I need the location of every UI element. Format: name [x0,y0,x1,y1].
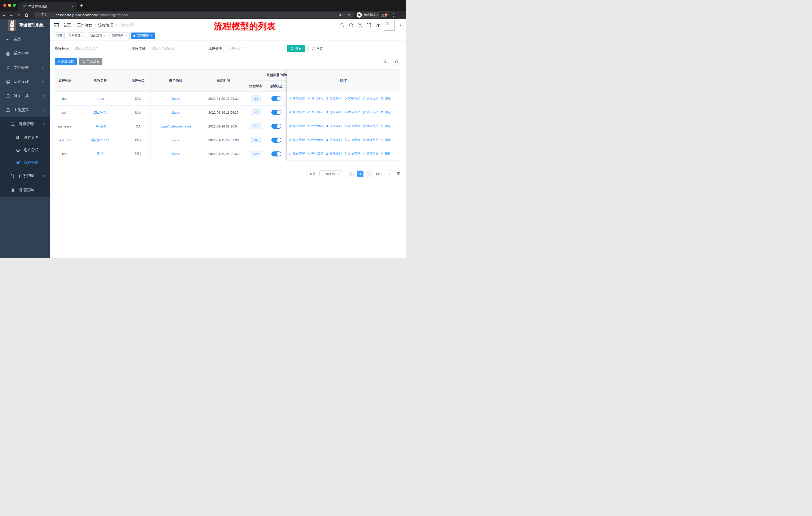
tag-close-icon[interactable]: × [150,34,152,37]
tag-view-4[interactable]: 流程模型× [131,32,155,39]
prev-page-button[interactable]: ‹ [348,170,354,177]
tag-close-icon[interactable]: × [125,34,127,37]
help-icon[interactable]: ? [358,23,362,27]
maximize-window-button[interactable] [13,4,16,7]
forward-icon[interactable]: → [7,12,15,17]
minimize-window-button[interactable] [8,4,11,7]
sidebar-item-8[interactable]: 用户分组 [0,144,50,156]
cell-process-name-link[interactable]: eeee [75,92,126,106]
action-delete-link[interactable]: 删除 [381,152,390,156]
home-icon[interactable] [24,13,29,17]
import-process-button[interactable]: 导入流程 [79,58,103,65]
active-toggle-switch[interactable] [271,152,282,157]
sidebar-item-0[interactable]: 首页 [0,32,50,46]
action-publish-link[interactable]: 发布流程 [344,152,360,156]
cell-form-link[interactable]: /bpm/oa/leave/create [150,119,201,133]
breadcrumb-item-1[interactable]: 工作流程 [77,23,92,28]
process-id-input[interactable] [72,45,122,52]
breadcrumb-item-2[interactable]: 流程管理 [98,23,113,28]
active-toggle-switch[interactable] [271,124,282,129]
active-toggle-switch[interactable] [271,110,282,115]
sidebar-collapse-icon[interactable] [54,23,59,28]
action-assign-user-link[interactable]: 分配规则 [326,96,342,101]
version-badge[interactable]: v21 [251,151,261,157]
new-tab-button[interactable]: + [80,3,83,8]
action-design-link[interactable]: 设计流程 [307,110,323,114]
action-edit-link[interactable]: 修改流程 [289,124,305,128]
sidebar-item-11[interactable]: 请假查询 [0,183,50,197]
action-assign-user-link[interactable]: 分配规则 [326,138,342,142]
sidebar-item-10[interactable]: 任务管理 [0,169,50,183]
tag-view-2[interactable]: 我的流程× [88,32,108,39]
breadcrumb-item-0[interactable]: 首页 [63,23,71,28]
tag-close-icon[interactable]: × [82,34,84,37]
version-badge[interactable]: v2 [251,109,261,115]
sidebar-item-3[interactable]: 基础设施 [0,75,50,89]
browser-menu-icon[interactable] [393,12,394,18]
version-badge[interactable]: v4 [251,137,261,143]
browser-tab[interactable]: 芋道管理系统 × [18,2,77,11]
cell-form-link[interactable]: biubiu [150,106,201,119]
tag-view-3[interactable]: 流程表单× [109,32,129,39]
current-page-button[interactable]: 1 [357,170,364,177]
action-publish-link[interactable]: 发布流程 [344,110,360,114]
back-icon[interactable]: ← [0,12,7,17]
cell-process-name-link[interactable]: 自己审批 [75,106,126,119]
action-assign-user-link[interactable]: 分配规则 [326,124,342,128]
cell-form-link[interactable]: biubiu [150,147,201,161]
bookmark-star-icon[interactable]: ☆ [347,12,351,17]
tag-view-1[interactable]: 租户管理× [66,32,86,39]
security-warning-icon[interactable]: ⚠ [36,13,39,17]
action-edit-link[interactable]: 修改流程 [289,110,305,114]
action-design-link[interactable]: 设计流程 [307,152,323,156]
sidebar-item-5[interactable]: 工作流程 [0,103,50,117]
process-name-input[interactable] [149,45,199,52]
action-definition-link[interactable]: 流程定义 [362,152,378,156]
active-toggle-switch[interactable] [271,96,282,101]
avatar-caret-down-icon[interactable]: ▼ [399,24,402,27]
sidebar-item-9[interactable]: 流程模型 [0,156,50,169]
browser-update-button[interactable]: 更新 [377,11,392,19]
tag-view-0[interactable]: 首页 [54,32,65,39]
next-page-button[interactable]: › [366,170,372,177]
action-edit-link[interactable]: 修改流程 [289,138,305,142]
action-delete-link[interactable]: 删除 [381,124,390,128]
fullscreen-icon[interactable] [367,23,371,27]
reload-icon[interactable]: ↻ [15,12,23,18]
tag-close-icon[interactable]: × [104,34,106,37]
window-controls[interactable] [3,4,16,7]
refresh-table-icon[interactable] [393,58,400,65]
security-label[interactable]: 不安全 [41,13,51,17]
sidebar-item-2[interactable]: 支付管理 [0,60,50,75]
action-delete-link[interactable]: 删除 [381,138,390,142]
action-design-link[interactable]: 设计流程 [307,124,323,128]
action-definition-link[interactable]: 流程定义 [362,138,378,142]
action-definition-link[interactable]: 流程定义 [362,124,378,128]
cell-form-link[interactable]: biubiu [150,92,201,106]
action-design-link[interactable]: 设计流程 [307,138,323,142]
sidebar-item-4[interactable]: 研发工具 [0,89,50,103]
action-delete-link[interactable]: 删除 [381,96,390,101]
version-badge[interactable]: v5 [251,123,261,129]
action-publish-link[interactable]: 发布流程 [344,96,360,101]
action-publish-link[interactable]: 发布流程 [344,124,360,128]
process-category-select[interactable]: 流程分类 [226,45,283,52]
cell-process-name-link[interactable]: 测试多审批人 [75,133,126,147]
cell-process-name-link[interactable]: 滔博 [75,147,126,161]
action-assign-user-link[interactable]: 分配规则 [326,110,342,114]
page-size-select[interactable]: 10条/页 [319,170,342,178]
search-button[interactable]: 搜索 [287,45,305,52]
active-toggle-switch[interactable] [271,138,282,143]
action-definition-link[interactable]: 流程定义 [362,96,378,101]
tab-close-icon[interactable]: × [71,4,75,8]
cell-form-link[interactable]: biubiu [150,133,201,147]
action-delete-link[interactable]: 删除 [381,110,390,114]
address-bar[interactable]: ⚠ 不安全 dashboard.yudao.iocoder.cn/bpm/man… [33,12,354,18]
action-design-link[interactable]: 设计流程 [307,96,323,101]
action-publish-link[interactable]: 发布流程 [344,138,360,142]
cell-process-name-link[interactable]: OA 请假 [75,119,126,133]
password-key-icon[interactable] [339,13,343,17]
user-avatar-broken-image[interactable] [384,20,395,31]
action-edit-link[interactable]: 修改流程 [289,152,305,156]
header-search-icon[interactable] [340,23,345,27]
